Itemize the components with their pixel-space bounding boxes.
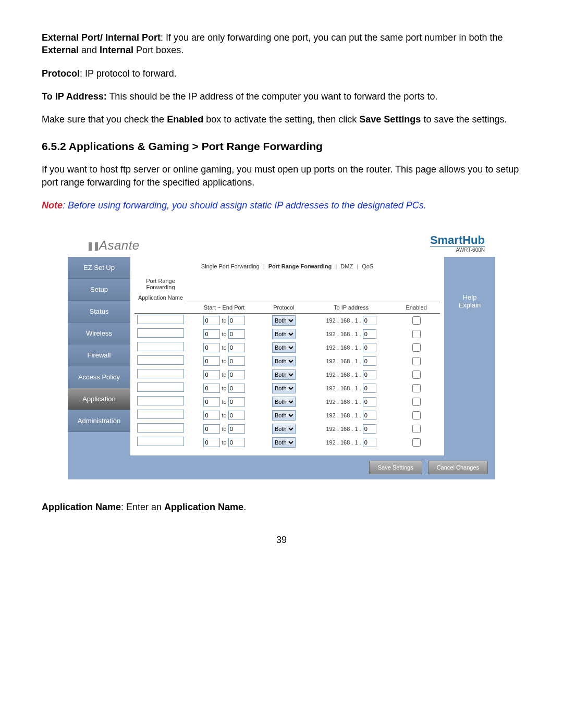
end-port-input[interactable] (228, 329, 245, 339)
ip-last-octet-input[interactable] (363, 384, 376, 393)
start-port-input[interactable] (203, 316, 220, 325)
label-app-name: Application Name (42, 502, 121, 512)
cancel-changes-button[interactable]: Cancel Changes (428, 461, 488, 474)
app-name-input[interactable] (137, 437, 184, 446)
enabled-checkbox[interactable] (412, 316, 421, 325)
app-name-input[interactable] (137, 396, 184, 405)
start-port-input[interactable] (203, 397, 220, 406)
protocol-select[interactable]: Both (272, 329, 296, 339)
start-port-input[interactable] (203, 356, 220, 366)
text-bold: Internal (100, 45, 133, 55)
end-port-input[interactable] (228, 343, 245, 352)
start-port-input[interactable] (203, 329, 220, 339)
end-port-input[interactable] (228, 411, 245, 420)
col-appname-label: Application Name (136, 294, 186, 301)
start-port-input[interactable] (203, 438, 220, 447)
app-name-input[interactable] (137, 355, 184, 365)
subnav-port-range[interactable]: Port Range Forwarding (266, 263, 334, 269)
sidebar-item-ezsetup[interactable]: EZ Set Up (68, 257, 130, 279)
enabled-checkbox[interactable] (412, 425, 421, 433)
app-name-input[interactable] (137, 410, 184, 419)
app-name-input[interactable] (137, 423, 184, 433)
sidebar-item-firewall[interactable]: Firewall (68, 344, 130, 366)
end-port-input[interactable] (228, 356, 245, 366)
enabled-checkbox[interactable] (412, 371, 421, 379)
ip-last-octet-input[interactable] (363, 438, 376, 447)
ip-last-octet-input[interactable] (363, 329, 376, 339)
start-port-input[interactable] (203, 411, 220, 420)
app-name-input[interactable] (137, 315, 184, 324)
text-bold: External (42, 45, 79, 55)
app-name-input[interactable] (137, 342, 184, 351)
end-port-input[interactable] (228, 384, 245, 393)
protocol-select[interactable]: Both (272, 410, 296, 421)
to-word: to (222, 426, 226, 432)
enabled-checkbox[interactable] (412, 398, 421, 406)
enabled-checkbox[interactable] (412, 384, 421, 392)
sidebar-item-wireless[interactable]: Wireless (68, 323, 130, 344)
sidebar-item-status[interactable]: Status (68, 301, 130, 323)
to-word: to (222, 399, 226, 405)
subnav-single-port[interactable]: Single Port Forwarding (199, 263, 262, 269)
sidebar-item-administration[interactable]: Administration (68, 410, 130, 432)
enabled-checkbox[interactable] (412, 330, 421, 338)
enabled-checkbox[interactable] (412, 411, 421, 419)
help-explain-link[interactable]: Explain (444, 301, 495, 309)
subnav-dmz[interactable]: DMZ (338, 263, 355, 269)
protocol-select[interactable]: Both (272, 342, 296, 353)
protocol-select[interactable]: Both (272, 383, 296, 393)
ip-last-octet-input[interactable] (363, 397, 376, 406)
router-subnav: Single Port Forwarding | Port Range Forw… (134, 259, 440, 277)
sidebar-item-access-policy[interactable]: Access Policy (68, 366, 130, 388)
protocol-select[interactable]: Both (272, 437, 296, 448)
help-title: Help (444, 293, 495, 301)
start-port-input[interactable] (203, 370, 220, 379)
start-port-input[interactable] (203, 343, 220, 352)
text: : IP protocol to forward. (80, 68, 177, 79)
ip-last-octet-input[interactable] (363, 424, 376, 434)
text-bold: Save Settings (359, 114, 421, 125)
protocol-select[interactable]: Both (272, 424, 296, 434)
protocol-select[interactable]: Both (272, 397, 296, 407)
port-range-form: Port Range Forwarding Application Name S… (134, 277, 440, 449)
logo-asante: Asante (89, 238, 140, 253)
end-port-input[interactable] (228, 438, 245, 447)
ip-last-octet-input[interactable] (363, 356, 376, 366)
app-name-input[interactable] (137, 382, 184, 392)
note-line: Note: Before using forwarding, you shoul… (42, 199, 521, 212)
app-name-input[interactable] (137, 369, 184, 378)
ip-last-octet-input[interactable] (363, 316, 376, 325)
enabled-checkbox[interactable] (412, 357, 421, 365)
protocol-select[interactable]: Both (272, 315, 296, 326)
enabled-checkbox[interactable] (412, 438, 421, 447)
label-to-ip: To IP Address: (42, 91, 107, 102)
save-settings-button[interactable]: Save Settings (369, 461, 422, 474)
end-port-input[interactable] (228, 370, 245, 379)
text: Make sure that you check the (42, 114, 167, 125)
to-word: to (222, 372, 226, 378)
subnav-qos[interactable]: QoS (360, 263, 375, 269)
label-external-internal: External Port/ Internal Port (42, 32, 161, 43)
ip-last-octet-input[interactable] (363, 343, 376, 352)
text: : Enter an (121, 502, 164, 512)
ip-prefix: 192 . 168 . 1 . (326, 358, 361, 364)
protocol-select[interactable]: Both (272, 356, 296, 366)
sidebar-item-application[interactable]: Application (68, 388, 130, 410)
end-port-input[interactable] (228, 424, 245, 434)
ip-last-octet-input[interactable] (363, 411, 376, 420)
end-port-input[interactable] (228, 316, 245, 325)
router-main: Single Port Forwarding | Port Range Forw… (130, 257, 444, 455)
start-port-input[interactable] (203, 384, 220, 393)
enabled-checkbox[interactable] (412, 343, 421, 352)
sidebar-item-setup[interactable]: Setup (68, 279, 130, 301)
ip-prefix: 192 . 168 . 1 . (326, 344, 361, 351)
subnav-sep: | (357, 263, 358, 269)
end-port-input[interactable] (228, 397, 245, 406)
ip-last-octet-input[interactable] (363, 370, 376, 379)
table-row: to Both192 . 168 . 1 . (134, 422, 440, 436)
app-name-input[interactable] (137, 328, 184, 338)
start-port-input[interactable] (203, 424, 220, 434)
ip-prefix: 192 . 168 . 1 . (326, 331, 361, 337)
protocol-select[interactable]: Both (272, 369, 296, 380)
paragraph-enabled-note: Make sure that you check the Enabled box… (42, 113, 521, 126)
